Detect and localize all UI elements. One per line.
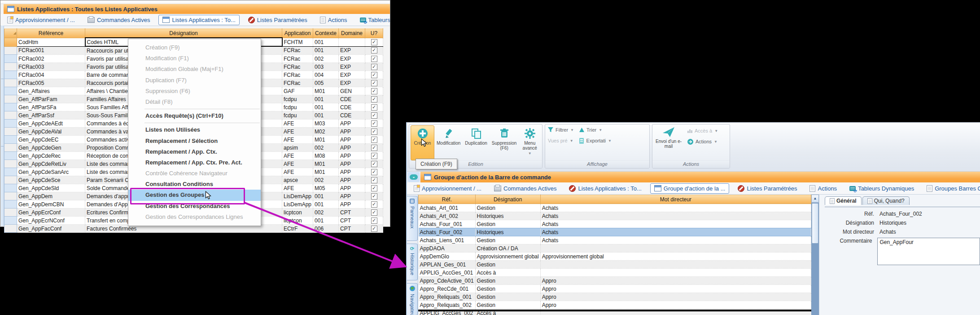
- table-row[interactable]: Achats_Art_002HistoriquesAchats: [419, 212, 811, 220]
- scrollbar-thumb[interactable]: [812, 203, 818, 244]
- row-selector[interactable]: [4, 225, 17, 233]
- table-row[interactable]: APPLAN_Ges_001Gestion: [419, 261, 811, 269]
- row-selector[interactable]: [4, 176, 17, 184]
- scroll-up-arrow[interactable]: ▲: [811, 195, 819, 203]
- menu-item[interactable]: Duplication (F7): [128, 75, 261, 86]
- row-selector[interactable]: [4, 120, 17, 128]
- table-row[interactable]: Appro_Reliquats_002GestionAppro: [419, 301, 811, 309]
- table-row[interactable]: Achats_Liens_001GestionAchats: [419, 236, 811, 244]
- left-tab[interactable]: Listes Applicatives : To...: [158, 15, 239, 25]
- table-row[interactable]: Achats_Art_001GestionAchats: [419, 204, 811, 212]
- row-selector[interactable]: [4, 217, 17, 225]
- detail-tab-qui-quand[interactable]: Qui, Quand?: [862, 196, 910, 205]
- checkbox-checked[interactable]: ✓: [371, 56, 377, 62]
- row-selector[interactable]: [4, 103, 17, 111]
- checkbox-checked[interactable]: ✓: [371, 145, 377, 151]
- row-selector[interactable]: [4, 128, 17, 136]
- row-selector[interactable]: [4, 192, 17, 200]
- row-selector[interactable]: [4, 87, 17, 95]
- trier-button[interactable]: Trier▼: [577, 124, 605, 135]
- exportations-button[interactable]: Exportati▼: [576, 135, 614, 146]
- checkbox-checked[interactable]: ✓: [371, 217, 377, 224]
- menu-item[interactable]: Création (F9): [128, 42, 261, 53]
- right-tab[interactable]: Groupes Barres Cde. : ...: [923, 183, 980, 194]
- checkbox-checked[interactable]: ✓: [371, 177, 377, 183]
- table-row[interactable]: Achats_Four_001GestionAchats: [419, 220, 811, 228]
- actions-menu-button[interactable]: Actions▼: [685, 136, 721, 147]
- left-tab[interactable]: Approvisionnement / ...: [3, 15, 79, 25]
- column-header[interactable]: U?: [365, 29, 383, 38]
- modification-button[interactable]: Modification: [434, 125, 463, 160]
- menu-item[interactable]: Listes non Utilisées: [128, 124, 261, 135]
- detail-tab-general[interactable]: Général: [825, 196, 862, 205]
- menu-item[interactable]: Suppression (F6): [128, 86, 261, 97]
- left-tab[interactable]: Commandes Actives: [83, 15, 154, 25]
- column-header[interactable]: Application: [282, 29, 313, 38]
- left-tab[interactable]: Tableurs Dynam: [356, 15, 390, 25]
- table-row[interactable]: Appro_CdeActive_001GestionAppro: [419, 277, 811, 285]
- side-tab-historique[interactable]: ⟳Historique: [407, 244, 418, 280]
- right-tab[interactable]: Listes Applicatives : To...: [565, 183, 645, 194]
- checkbox-checked[interactable]: ✓: [371, 185, 377, 191]
- checkbox-checked[interactable]: ✓: [371, 137, 377, 143]
- acces-a-button[interactable]: Accès à▼: [685, 125, 721, 136]
- right-tab[interactable]: Approvisionnement / ...: [410, 183, 486, 194]
- table-row[interactable]: AppDAOACréation OA / DA: [419, 244, 811, 253]
- menu-item[interactable]: Modification Globale (Maj+F1): [128, 64, 261, 75]
- commentaire-input[interactable]: Gen_AppFour: [877, 238, 980, 265]
- menu-item[interactable]: Gestion des Groupes: [128, 190, 261, 200]
- checkbox-checked[interactable]: ✓: [371, 64, 377, 70]
- row-selector[interactable]: [4, 152, 17, 160]
- left-tab[interactable]: Actions: [316, 15, 351, 25]
- envoi-email-button[interactable]: Envoi d'un e-mail: [652, 124, 685, 160]
- menu-item[interactable]: Remplacement / Sélection: [128, 136, 261, 146]
- vues-predefinies-button[interactable]: Vues pré▼: [545, 135, 576, 146]
- menu-item[interactable]: Gestion des Correspondances Lignes: [128, 212, 261, 222]
- checkbox-checked[interactable]: ✓: [371, 226, 377, 232]
- table-row[interactable]: Appro_Reliquats_001GestionAppro: [419, 293, 811, 301]
- checkbox-checked[interactable]: ✓: [371, 153, 377, 159]
- table-row[interactable]: AppDemGloApprovisionnement globalApprovi…: [419, 253, 811, 261]
- row-selector[interactable]: [4, 184, 17, 192]
- row-selector[interactable]: [4, 79, 17, 87]
- checkbox-checked[interactable]: ✓: [371, 161, 377, 167]
- checkbox-checked[interactable]: ✓: [371, 80, 377, 86]
- row-selector[interactable]: [4, 46, 17, 55]
- menu-item[interactable]: Remplacement / App. Ctx.: [128, 146, 261, 157]
- menu-item[interactable]: Accès Requête(s) (Ctrl+F10): [128, 111, 261, 121]
- checkbox-checked[interactable]: ✓: [371, 129, 377, 135]
- checkbox-checked[interactable]: ✓: [371, 201, 377, 208]
- table-row[interactable]: APPLIG_AccGes_002Accès à: [419, 309, 811, 315]
- checkbox-checked[interactable]: ✓: [371, 169, 377, 175]
- left-edge-panel-strip[interactable]: [1, 26, 4, 226]
- menu-item[interactable]: Modification (F1): [128, 53, 261, 64]
- checkbox-checked[interactable]: ✓: [371, 72, 377, 78]
- duplication-button[interactable]: Duplication: [463, 125, 489, 160]
- row-selector[interactable]: [4, 111, 17, 120]
- row-selector[interactable]: [4, 144, 17, 152]
- right-tab[interactable]: Groupe d'action de la ...: [650, 183, 730, 194]
- row-selector[interactable]: [4, 63, 17, 71]
- column-header[interactable]: Domaine: [339, 29, 365, 38]
- table-row[interactable]: Achats_Four_002HistoriquesAchats: [419, 228, 811, 236]
- creation-button[interactable]: Création: [411, 125, 434, 160]
- checkbox-checked[interactable]: ✓: [371, 88, 377, 94]
- vertical-scrollbar[interactable]: ▲: [811, 195, 819, 315]
- checkbox-checked[interactable]: ✓: [371, 193, 377, 200]
- right-tab[interactable]: Listes Paramétrées: [734, 183, 801, 194]
- right-tab[interactable]: Tableurs Dynamiques: [845, 183, 918, 194]
- side-tab-navigateur[interactable]: Navigateur: [407, 283, 418, 315]
- row-selector[interactable]: [4, 71, 17, 79]
- select-all-header[interactable]: ◢: [4, 29, 17, 38]
- side-tab-panneaux[interactable]: Panneaux: [407, 196, 418, 241]
- checkbox-checked[interactable]: ✓: [371, 104, 377, 111]
- right-tab[interactable]: Actions: [805, 183, 841, 194]
- right-tab[interactable]: Commandes Actives: [490, 183, 561, 194]
- column-header[interactable]: Référence: [17, 29, 85, 38]
- table-row[interactable]: Appro_RecCde_001GestionAppro: [419, 285, 811, 293]
- row-selector[interactable]: [4, 200, 17, 209]
- left-tab[interactable]: Listes Paramétrées: [244, 15, 311, 25]
- column-header[interactable]: Contexte: [313, 29, 339, 38]
- column-header[interactable]: Réf.: [419, 195, 476, 204]
- collapse-panel-button[interactable]: ⌄: [408, 172, 420, 182]
